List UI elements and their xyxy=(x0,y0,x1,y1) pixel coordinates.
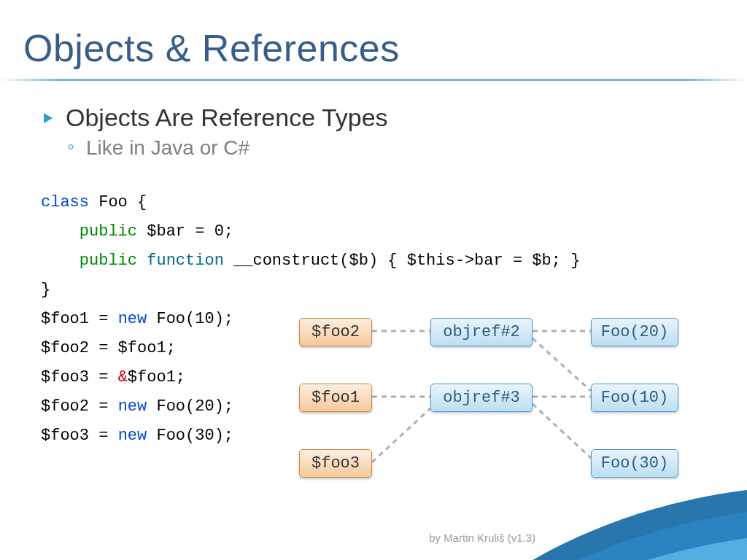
slide-title: Objects & References xyxy=(23,26,400,70)
footer-date: 8. 3. 2017 xyxy=(603,532,652,544)
slide: Objects & References Objects Are Referen… xyxy=(0,0,747,560)
var-foo2: $foo2 xyxy=(299,318,372,346)
svg-line-6 xyxy=(533,404,591,458)
code-text: $foo3 = xyxy=(41,427,118,445)
code-text: Foo(20); xyxy=(147,397,233,416)
kw-public: public xyxy=(80,222,137,241)
code-text: __construct($b) { $this->bar = $b; } xyxy=(224,252,580,270)
code-text: $foo2 = $foo1; xyxy=(41,339,176,357)
obj-foo30: Foo(30) xyxy=(591,449,678,478)
code-text: $bar = 0; xyxy=(137,222,233,241)
code-text: $foo2 = xyxy=(41,397,118,416)
var-foo3: $foo3 xyxy=(299,449,372,478)
code-text: $foo3 = xyxy=(41,368,118,386)
kw-class: class xyxy=(41,193,89,211)
title-underline xyxy=(0,79,747,81)
var-foo1: $foo1 xyxy=(299,384,372,412)
objref-3: objref#3 xyxy=(430,384,533,412)
code-text: $foo1 = xyxy=(41,310,118,328)
obj-foo10: Foo(10) xyxy=(591,384,678,412)
objref-2: objref#2 xyxy=(430,318,533,346)
kw-new: new xyxy=(118,427,147,445)
content-area: Objects Are Reference Types Like in Java… xyxy=(41,104,718,160)
code-text: } xyxy=(41,281,50,299)
kw-public: public xyxy=(80,252,137,270)
footer-author: by Martin Kruliš (v1.3) xyxy=(429,532,535,544)
obj-foo20: Foo(20) xyxy=(591,318,678,346)
footer-page: 4 xyxy=(708,532,713,544)
code-text: Foo { xyxy=(89,193,147,211)
bullet-sub: Like in Java or C# xyxy=(41,136,718,160)
code-text: $foo1; xyxy=(128,368,185,386)
code-text: Foo(30); xyxy=(147,427,233,445)
code-text: Foo(10); xyxy=(147,310,233,328)
kw-new: new xyxy=(118,310,147,328)
kw-function: function xyxy=(147,252,224,270)
svg-line-2 xyxy=(372,408,430,462)
kw-new: new xyxy=(118,397,147,416)
amp-ref: & xyxy=(118,368,128,386)
svg-line-4 xyxy=(533,338,591,391)
bullet-main: Objects Are Reference Types xyxy=(41,104,718,132)
diagram: $foo2 $foo1 $foo3 objref#2 objref#3 Foo(… xyxy=(292,314,729,503)
